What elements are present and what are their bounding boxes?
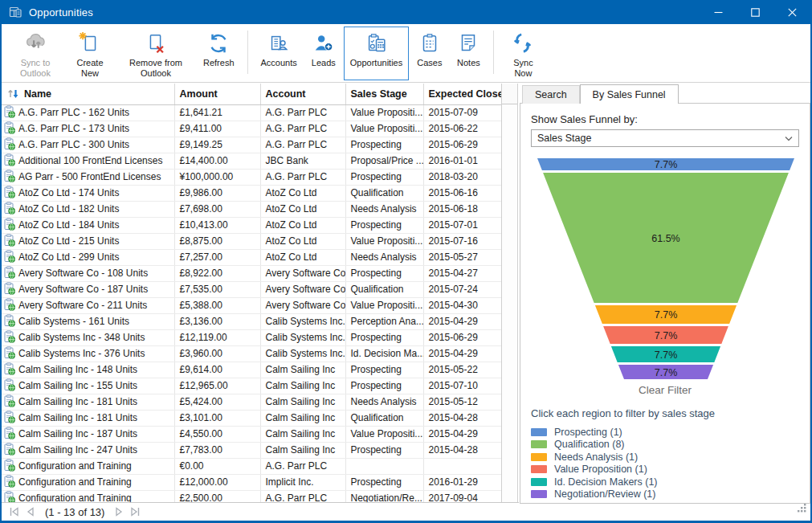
opportunity-clipboard-globe-icon xyxy=(4,314,15,329)
table-row[interactable]: A.G. Parr PLC - 300 Units£9,149.25A.G. P… xyxy=(2,137,501,153)
notes-button[interactable]: Notes xyxy=(450,27,487,80)
legend-label: Prospecting (1) xyxy=(554,427,622,438)
name-cell: Avery Software Co - 108 Units xyxy=(2,265,174,281)
table-row[interactable]: AtoZ Co Ltd - 174 Units£9,986.00AtoZ Co … xyxy=(2,185,501,201)
grid-scrollbar-track[interactable] xyxy=(501,84,518,502)
minimize-button[interactable] xyxy=(700,0,737,24)
cases-button[interactable]: Cases xyxy=(410,27,448,80)
table-row[interactable]: Additional 100 FrontEnd Licenses£14,400.… xyxy=(2,153,501,169)
last-page-icon xyxy=(129,506,141,517)
opportunity-clipboard-globe-icon xyxy=(4,475,15,490)
amount-cell: £9,411.00 xyxy=(174,121,260,137)
table-row[interactable]: AG Parr - 500 FrontEnd Licenses¥100,000.… xyxy=(2,169,501,185)
account-cell: A.G. Parr PLC xyxy=(260,121,345,137)
stage-cell: Prospecting xyxy=(345,137,423,153)
tab-search[interactable]: Search xyxy=(522,85,580,104)
first-page-button[interactable] xyxy=(6,505,22,519)
opportunity-name: Calib Systems Inc - 376 Units xyxy=(18,348,145,359)
create-new-button[interactable]: Create New xyxy=(65,27,115,80)
opportunity-name: AtoZ Co Ltd - 182 Units xyxy=(18,203,119,215)
opportunity-clipboard-globe-icon xyxy=(4,153,15,169)
table-row[interactable]: Calm Sailing Inc - 155 Units£12,965.00Ca… xyxy=(2,378,501,394)
table-row[interactable]: AtoZ Co Ltd - 299 Units£7,257.00AtoZ Co … xyxy=(2,249,501,265)
legend-swatch xyxy=(531,453,547,461)
opportunity-name: Configuration and Training xyxy=(18,460,132,472)
column-header-account[interactable]: Account xyxy=(260,84,345,104)
close-button[interactable] xyxy=(773,0,810,24)
table-row[interactable]: Calib Systems Inc - 348 Units£12,119.00C… xyxy=(2,329,501,345)
table-row[interactable]: Avery Software Co - 108 Units£8,922.00Av… xyxy=(2,265,501,281)
clear-filter-button[interactable]: Clear Filter xyxy=(531,384,799,396)
stage-cell: Prospecting xyxy=(345,362,423,378)
table-row[interactable]: Avery Software Co - 187 Units£7,535.00Av… xyxy=(2,281,501,297)
stage-cell: Qualification xyxy=(345,410,423,426)
column-header-name[interactable]: Name xyxy=(2,84,174,104)
leads-button[interactable]: Leads xyxy=(305,27,342,80)
date-cell: 2015-06-16 xyxy=(423,185,501,201)
table-row[interactable]: Calm Sailing Inc - 187 Units£4,550.00Cal… xyxy=(2,426,501,442)
legend-label: Qualification (8) xyxy=(554,439,625,450)
name-cell: Calib Systems Inc - 376 Units xyxy=(2,345,174,362)
date-cell: 2015-07-10 xyxy=(423,378,501,394)
table-row[interactable]: Calm Sailing Inc - 181 Units£5,424.00Cal… xyxy=(2,394,501,410)
opportunity-name: Calib Systems - 161 Units xyxy=(18,316,129,327)
accounts-button[interactable]: Accounts xyxy=(255,27,304,80)
toolbar-button-label: Sync to Outlook xyxy=(14,58,57,78)
opportunity-name: Additional 100 FrontEnd Licenses xyxy=(18,155,162,166)
leads-icon xyxy=(312,31,336,55)
previous-page-button[interactable] xyxy=(22,505,39,519)
table-row[interactable]: Calib Systems Inc - 376 Units£3,960.00Ca… xyxy=(2,345,501,362)
resize-grip[interactable] xyxy=(797,501,806,516)
amount-cell: £12,965.00 xyxy=(174,378,260,394)
remove-from-outlook-button[interactable]: Remove from Outlook xyxy=(116,27,195,80)
date-cell: 2015-07-16 xyxy=(423,233,501,249)
account-cell: Calm Sailing Inc xyxy=(260,442,345,458)
table-row[interactable]: AtoZ Co Ltd - 184 Units£10,413.00AtoZ Co… xyxy=(2,217,501,233)
refresh-button[interactable]: Refresh xyxy=(197,27,241,80)
name-cell: Avery Software Co - 211 Units xyxy=(2,297,174,313)
table-row[interactable]: Calib Systems - 161 Units£3,136.00Calib … xyxy=(2,313,501,329)
opportunity-name: Calm Sailing Inc - 247 Units xyxy=(18,444,137,456)
column-header-sales-stage[interactable]: Sales Stage xyxy=(345,84,423,104)
table-row[interactable]: Calm Sailing Inc - 247 Units£7,783.00Cal… xyxy=(2,442,501,458)
tab-by-sales-funnel[interactable]: By Sales Funnel xyxy=(580,84,679,104)
table-row[interactable]: A.G. Parr PLC - 162 Units£1,641.21A.G. P… xyxy=(2,104,501,121)
last-page-button[interactable] xyxy=(127,505,143,519)
legend-item-negotiation-review: Negotiation/Review (1) xyxy=(531,488,799,501)
date-cell: 2015-07-01 xyxy=(423,217,501,233)
toolbar-button-label: Sync Now xyxy=(507,58,539,78)
opportunity-clipboard-globe-icon xyxy=(4,378,15,394)
maximize-button[interactable] xyxy=(737,0,773,24)
opportunity-name: Avery Software Co - 108 Units xyxy=(18,268,148,279)
name-cell: Calm Sailing Inc - 187 Units xyxy=(2,426,174,442)
sync-to-outlook-button[interactable]: Sync to Outlook xyxy=(7,27,63,80)
cases-icon xyxy=(418,31,442,55)
account-cell: AtoZ Co Ltd xyxy=(260,233,345,249)
table-row[interactable]: AtoZ Co Ltd - 215 Units£8,875.00AtoZ Co … xyxy=(2,233,501,249)
next-page-button[interactable] xyxy=(111,505,127,519)
table-row[interactable]: Configuration and Training€0.00A.G. Parr… xyxy=(2,458,501,474)
column-header-amount[interactable]: Amount xyxy=(174,84,260,104)
table-row[interactable]: A.G. Parr PLC - 173 Units£9,411.00A.G. P… xyxy=(2,121,501,137)
opportunity-clipboard-globe-icon xyxy=(4,250,15,265)
table-row[interactable]: Configuration and Training£12,000.00Impl… xyxy=(2,474,501,490)
stage-cell: Value Propositi... xyxy=(345,121,423,137)
column-header-expected-close-date[interactable]: Expected Close Date xyxy=(423,84,501,104)
stage-cell: Qualification xyxy=(345,185,423,201)
table-row[interactable]: Avery Software Co - 211 Units£5,388.00Av… xyxy=(2,297,501,313)
name-cell: AtoZ Co Ltd - 299 Units xyxy=(2,249,174,265)
sync-now-button[interactable]: Sync Now xyxy=(500,27,545,80)
opportunity-clipboard-globe-icon xyxy=(4,459,15,474)
legend-swatch xyxy=(531,428,547,436)
amount-cell: £8,875.00 xyxy=(174,233,260,249)
table-row[interactable]: AtoZ Co Ltd - 182 Units£7,698.00AtoZ Co … xyxy=(2,201,501,217)
sales-funnel-panel: SearchBy Sales Funnel Show Sales Funnel … xyxy=(520,84,810,507)
sales-funnel-by-select[interactable]: Sales Stage xyxy=(531,129,799,147)
table-row[interactable]: Calm Sailing Inc - 148 Units£9,614.00Cal… xyxy=(2,362,501,378)
toolbar-separator xyxy=(493,31,494,74)
opportunities-button[interactable]: Opportunities xyxy=(344,27,409,80)
date-cell: 2015-06-18 xyxy=(423,201,501,217)
name-cell: A.G. Parr PLC - 173 Units xyxy=(2,121,174,137)
table-row[interactable]: Calm Sailing Inc - 181 Units£3,101.00Cal… xyxy=(2,410,501,426)
opportunity-name: AtoZ Co Ltd - 174 Units xyxy=(18,187,119,198)
